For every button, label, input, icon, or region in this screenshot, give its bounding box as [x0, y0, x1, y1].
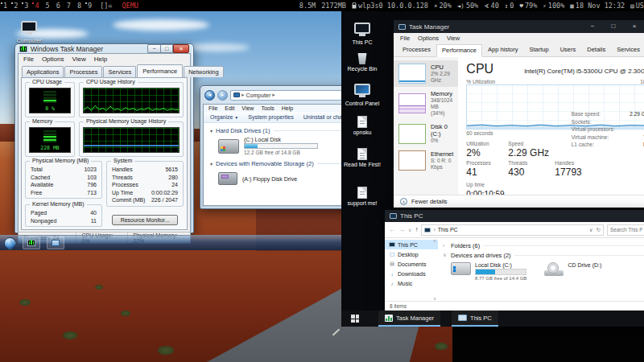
- download-icon: ↧: [505, 2, 509, 10]
- nav-item-downloads[interactable]: ↓Downloads: [385, 269, 438, 278]
- minimize-button[interactable]: −: [147, 44, 160, 53]
- refresh-icon[interactable]: ↻: [597, 227, 601, 233]
- win10-explorer-titlebar[interactable]: This PC: [385, 210, 644, 222]
- dwm-tag-8[interactable]: 8: [74, 2, 85, 10]
- win10-desktop-icon-opnsku[interactable]: opnsku: [343, 116, 382, 136]
- menu-help[interactable]: Help: [282, 105, 293, 111]
- tab-processes[interactable]: Processes: [397, 43, 436, 56]
- tab-networking[interactable]: Networking: [184, 66, 224, 77]
- taskbar-button-explorer[interactable]: [47, 237, 64, 249]
- dwm-layout-symbol[interactable]: []=: [95, 2, 117, 10]
- win7-taskmgr-titlebar[interactable]: Windows Task Manager − □ ×: [15, 44, 193, 53]
- organize-button[interactable]: Organize ▼: [210, 114, 238, 120]
- taskbar-button-task-manager[interactable]: Task Manager: [378, 311, 440, 327]
- resource-monitor-button[interactable]: Resource Monitor...: [112, 215, 179, 225]
- breadcrumb[interactable]: This PC: [438, 227, 458, 232]
- maximize-button[interactable]: □: [160, 44, 173, 53]
- scroll-up-icon[interactable]: ∧: [431, 238, 438, 243]
- win10-desktop-icon-control-panel[interactable]: Control Panel: [343, 84, 382, 107]
- win10-task-manager-window: Task Manager − □ × File Options View Pro…: [394, 20, 644, 208]
- local-disk-c-item[interactable]: Local Disk (C:) 8.77 GB free of 14.4 GB: [451, 262, 526, 281]
- win10-desktop-icon-support-me[interactable]: support me!: [343, 187, 382, 207]
- floppy-drive-item[interactable]: (A:) Floppy Disk Drive: [218, 171, 297, 186]
- menu-edit[interactable]: Edit: [225, 105, 234, 111]
- menu-view[interactable]: View: [72, 56, 85, 63]
- maximize-button[interactable]: □: [603, 20, 624, 33]
- dwm-tag-7[interactable]: 7: [64, 2, 74, 10]
- tab-services[interactable]: Services: [103, 66, 136, 77]
- recent-locations-button[interactable]: ∨: [408, 227, 411, 232]
- dwm-tag-6[interactable]: 6: [53, 2, 64, 10]
- nav-scrollbar[interactable]: ∧ ∨: [431, 238, 438, 301]
- menu-file[interactable]: File: [23, 56, 34, 63]
- forward-button[interactable]: ►: [217, 90, 228, 101]
- stat-row: Processes24: [107, 181, 183, 189]
- forward-button[interactable]: →: [398, 226, 405, 233]
- tab-performance[interactable]: Performance: [137, 64, 183, 77]
- system-properties-button[interactable]: System properties: [248, 114, 293, 120]
- sidebar-item-disk[interactable]: Disk 0 (C:)0%: [394, 120, 458, 147]
- win10-desktop-icon-this-pc[interactable]: This PC: [343, 23, 382, 46]
- computer-icon: [21, 21, 37, 32]
- win10-start-button[interactable]: [351, 315, 359, 323]
- win7-task-manager-window: Windows Task Manager − □ × File Options …: [14, 43, 194, 233]
- scroll-down-icon[interactable]: ∨: [431, 296, 438, 301]
- nav-item-music[interactable]: ♪Music: [385, 278, 438, 288]
- menu-view[interactable]: View: [242, 105, 254, 111]
- address-field[interactable]: › This PC ∨ ↻: [421, 224, 604, 236]
- folders-section-header[interactable]: › Folders (6): [443, 241, 644, 250]
- fewer-details-toggle[interactable]: ∧ Fewer details: [394, 195, 644, 208]
- close-button[interactable]: ×: [624, 20, 644, 33]
- dwm-tag-5[interactable]: 5: [43, 2, 53, 10]
- tab-startup[interactable]: Startup: [523, 43, 554, 56]
- task-manager-icon: [398, 24, 406, 30]
- close-button[interactable]: ×: [173, 44, 189, 53]
- cd-drive-item[interactable]: CD Drive (D:): [544, 262, 601, 281]
- address-dropdown-icon[interactable]: ∨: [589, 227, 593, 233]
- taskbar-button-task-manager[interactable]: [23, 237, 40, 249]
- cpu-model: Intel(R) Core(TM) i5-5300U CPU @ 2.30GHz: [524, 68, 644, 75]
- dwm-tag-4-selected[interactable]: 4: [31, 2, 42, 10]
- menu-options[interactable]: Options: [418, 35, 439, 42]
- tab-users[interactable]: Users: [555, 43, 582, 56]
- taskbar-button-this-pc[interactable]: This PC: [452, 311, 498, 327]
- back-button[interactable]: ◄: [204, 90, 215, 101]
- dwm-tag-3[interactable]: 3: [21, 2, 31, 10]
- minimize-button[interactable]: −: [582, 20, 603, 33]
- win10-taskmgr-titlebar[interactable]: Task Manager − □ ×: [394, 20, 644, 33]
- sidebar-item-ethernet[interactable]: EthernetS: 0 R: 0 Kbps: [394, 147, 458, 174]
- tab-performance[interactable]: Performance: [436, 44, 482, 57]
- address-bar[interactable]: ▸ Computer ▸: [230, 90, 342, 101]
- spec-row: L1 cache:N/A: [572, 141, 644, 149]
- menu-help[interactable]: Help: [94, 56, 107, 63]
- win10-desktop-icon-readme[interactable]: Read Me First!: [343, 148, 382, 168]
- tab-processes[interactable]: Processes: [64, 66, 102, 77]
- nav-item-documents[interactable]: ▤Documents: [385, 259, 438, 269]
- nav-item-desktop[interactable]: ▢Desktop: [385, 249, 438, 259]
- menu-view[interactable]: View: [447, 35, 460, 42]
- tab-services[interactable]: Services: [611, 43, 644, 56]
- tab-app-history[interactable]: App history: [482, 43, 524, 56]
- dwm-tag-2[interactable]: 2: [10, 2, 21, 10]
- menu-options[interactable]: Options: [42, 56, 64, 63]
- win7-start-button[interactable]: [4, 237, 16, 249]
- dwm-tag-9[interactable]: 9: [85, 2, 95, 10]
- breadcrumb[interactable]: Computer: [246, 93, 271, 98]
- nav-item-this-pc[interactable]: This PC: [385, 240, 438, 249]
- tab-applications[interactable]: Applications: [22, 66, 64, 77]
- graph-y-label: % Utilization: [466, 79, 495, 84]
- sidebar-item-memory[interactable]: Memory348/1024 MB (34%): [394, 87, 458, 120]
- this-pc-icon: [458, 315, 467, 321]
- sidebar-item-cpu[interactable]: CPU2% 2.29 GHz: [394, 60, 458, 87]
- tab-details[interactable]: Details: [581, 43, 611, 56]
- back-button[interactable]: ←: [389, 226, 395, 233]
- search-input[interactable]: [607, 224, 644, 236]
- win10-desktop-icon-recycle-bin[interactable]: Recycle Bin: [343, 53, 382, 72]
- drives-section-header[interactable]: ∨ Devices and drives (2): [443, 250, 644, 260]
- dwm-tag-1[interactable]: 1: [0, 2, 10, 10]
- up-button[interactable]: ↑: [415, 226, 418, 233]
- menu-file[interactable]: File: [208, 105, 217, 111]
- menu-tools[interactable]: Tools: [261, 105, 274, 111]
- win7-desktop-icon-computer[interactable]: Computer: [10, 21, 48, 44]
- menu-file[interactable]: File: [400, 35, 410, 42]
